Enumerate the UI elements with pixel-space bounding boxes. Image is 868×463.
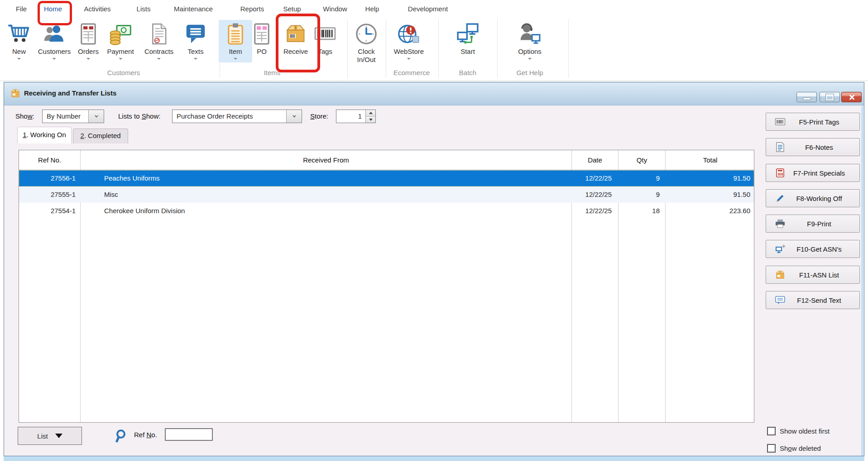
header-date: Date xyxy=(572,150,618,170)
ribbon-po-button[interactable]: PO xyxy=(249,21,274,55)
f12-send-text-button[interactable]: F12-Send Text xyxy=(766,291,860,309)
f6-notes-button[interactable]: F6-Notes xyxy=(766,138,860,156)
barcode-icon xyxy=(774,117,786,127)
menu-activities[interactable]: Activities xyxy=(84,5,110,13)
header-received-from: Received From xyxy=(81,150,571,170)
ribbon-separator xyxy=(438,19,439,78)
menu-maintenance[interactable]: Maintenance xyxy=(174,5,213,13)
box-icon xyxy=(774,270,786,280)
ribbon-orders-button[interactable]: Orders xyxy=(76,21,101,60)
cell-ref-no: 27554-1 xyxy=(19,203,80,219)
action-button-label: F11-ASN List xyxy=(786,271,857,279)
chevron-down-icon xyxy=(286,110,302,123)
window-title: Receiving and Transfer Lists xyxy=(24,89,116,97)
table-header: Ref No. Received From Date Qty Total xyxy=(19,150,754,170)
table-row[interactable]: 27556-1 Peaches Uniforms 12/22/25 9 91.5… xyxy=(19,170,754,186)
menu-reports[interactable]: Reports xyxy=(240,5,264,13)
ribbon-button-label: Clock In/Out xyxy=(353,48,380,64)
triangle-down-icon xyxy=(55,434,62,438)
ribbon-button-label: Payment xyxy=(107,48,134,55)
arrow-up-icon xyxy=(369,112,373,114)
lists-to-show-label: Lists to Show: xyxy=(118,112,160,120)
note-icon xyxy=(774,142,786,152)
f11-asn-list-button[interactable]: F11-ASN List xyxy=(766,266,860,284)
header-ref-no: Ref No. xyxy=(19,150,80,170)
f9-print-button[interactable]: F9-Print xyxy=(766,215,860,233)
ribbon-item-button[interactable]: Item xyxy=(219,20,252,62)
table-row[interactable]: 27555-1 Misc 12/22/25 9 91.50 xyxy=(19,186,754,203)
cell-ref-no: 27555-1 xyxy=(19,186,80,203)
f7-print-specials-button[interactable]: F7-Print Specials xyxy=(766,164,860,182)
payment-icon xyxy=(108,21,133,46)
spinner-up-button[interactable] xyxy=(366,110,375,116)
ribbon-customers-button[interactable]: Customers xyxy=(38,21,71,60)
show-label: Show: xyxy=(15,112,34,120)
spinner-down-button[interactable] xyxy=(366,116,375,123)
close-button[interactable] xyxy=(841,92,862,102)
maximize-button[interactable] xyxy=(820,92,840,102)
chevron-down-icon xyxy=(528,58,532,60)
ribbon-options-button[interactable]: Options xyxy=(518,21,542,60)
show-oldest-first-option[interactable]: Show oldest first xyxy=(767,427,830,435)
ribbon-webstore-button[interactable]: WebStore xyxy=(394,21,424,60)
tab-completed[interactable]: 2. Completed xyxy=(73,129,128,143)
ribbon-contracts-button[interactable]: Contracts xyxy=(144,21,173,60)
ribbon-separator xyxy=(497,19,498,78)
minimize-button[interactable] xyxy=(796,92,817,102)
checkbox-icon[interactable] xyxy=(767,444,776,453)
menu-home[interactable]: Home xyxy=(44,5,62,13)
store-spinner[interactable]: 1 xyxy=(336,110,376,123)
menu-lists[interactable]: Lists xyxy=(137,5,151,13)
f10-get-asns-button[interactable]: F10-Get ASN's xyxy=(766,240,860,258)
ref-no-input[interactable] xyxy=(165,428,213,441)
ribbon-button-label: Item xyxy=(229,48,242,55)
chevron-down-icon xyxy=(194,58,197,60)
ribbon-button-label: Tags xyxy=(318,48,332,55)
minimize-icon xyxy=(803,97,811,100)
menu-development[interactable]: Development xyxy=(408,5,448,13)
ribbon-button-label: PO xyxy=(257,48,267,55)
send-text-icon xyxy=(774,295,786,305)
ribbon-tags-button[interactable]: Tags xyxy=(313,21,337,55)
ribbon-button-label: Receive xyxy=(283,48,308,55)
checkbox-icon[interactable] xyxy=(767,427,776,435)
ref-no-label: Ref No. xyxy=(134,431,157,439)
list-menu-button[interactable]: List xyxy=(18,427,82,445)
show-deleted-option[interactable]: Show deleted xyxy=(767,444,821,453)
ribbon-clock-button[interactable]: Clock In/Out xyxy=(353,21,380,64)
menu-file[interactable]: File xyxy=(16,5,27,13)
lists-to-show-dropdown[interactable]: Purchase Order Receipts xyxy=(172,110,302,123)
table-row[interactable]: 27554-1 Cherokee Uniform Division 12/22/… xyxy=(19,203,754,219)
tab-working-on[interactable]: 1. Working On xyxy=(17,127,72,143)
monitor-wifi-icon xyxy=(774,244,786,254)
speech-bubble-icon xyxy=(183,21,208,46)
menu-setup[interactable]: Setup xyxy=(283,5,301,13)
box-icon xyxy=(283,21,308,46)
ribbon-start-button[interactable]: Start xyxy=(456,21,480,55)
action-button-label: F10-Get ASN's xyxy=(786,245,857,253)
chevron-down-icon xyxy=(119,58,122,60)
ribbon-texts-button[interactable]: Texts xyxy=(183,21,208,60)
ribbon-new-button[interactable]: New xyxy=(7,21,31,60)
ribbon-group-batch: Batch xyxy=(459,69,476,76)
cell-qty: 9 xyxy=(619,170,665,186)
menu-window[interactable]: Window xyxy=(323,5,347,13)
menu-help[interactable]: Help xyxy=(365,5,379,13)
clipboard-icon xyxy=(223,21,248,46)
chevron-down-icon xyxy=(53,58,56,60)
chevron-down-icon xyxy=(17,58,21,60)
cell-total: 223.60 xyxy=(666,203,755,219)
customers-icon xyxy=(42,21,67,46)
ribbon-group-items: Items xyxy=(264,69,281,76)
ribbon-button-label: Customers xyxy=(38,48,71,55)
ribbon-receive-button[interactable]: Receive xyxy=(283,21,308,55)
f5-print-tags-button[interactable]: F5-Print Tags xyxy=(766,113,860,131)
printer-icon xyxy=(774,219,786,229)
po-card-icon xyxy=(249,21,274,46)
f8-working-off-button[interactable]: F8-Working Off xyxy=(766,189,860,207)
chevron-down-icon xyxy=(88,110,104,123)
show-dropdown[interactable]: By Number xyxy=(42,110,104,123)
ribbon-separator xyxy=(386,19,386,78)
ribbon-payment-button[interactable]: Payment xyxy=(107,21,134,60)
cell-received-from: Peaches Uniforms xyxy=(81,170,571,186)
